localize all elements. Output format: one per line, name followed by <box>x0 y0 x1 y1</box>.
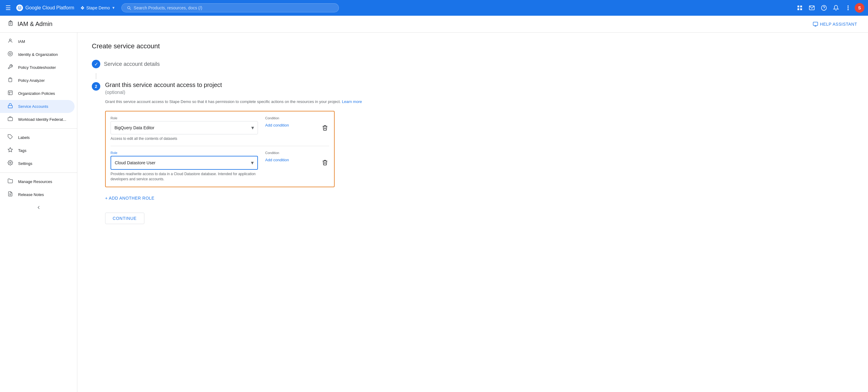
section-title: IAM & Admin <box>18 21 805 28</box>
svg-point-13 <box>8 52 13 56</box>
sidebar-label-identity: Identity & Organization <box>18 52 58 57</box>
hamburger-icon[interactable]: ☰ <box>4 2 13 13</box>
step2-number: 2 <box>92 82 100 91</box>
search-icon <box>127 5 131 10</box>
condition-label-1: Condition <box>265 116 313 120</box>
project-dropdown-icon: ▼ <box>112 6 115 10</box>
search-placeholder: Search Products, resources, docs (/) <box>134 5 334 10</box>
role-field-2: Role Cloud Datastore User ▾ Provides rea… <box>111 151 258 182</box>
sidebar-item-iam[interactable]: IAM <box>0 35 74 48</box>
svg-rect-1 <box>800 6 802 7</box>
sidebar: IAM Identity & Organization Policy Troub… <box>0 33 77 392</box>
condition-field-2: Condition Add condition <box>265 151 313 162</box>
sidebar-item-org-policies[interactable]: Organization Policies <box>0 87 74 100</box>
manage-resources-icon <box>7 178 13 185</box>
step2-heading: Grant this service account access to pro… <box>105 82 854 89</box>
main-content: Create service account ✓ Service account… <box>77 33 868 392</box>
add-condition-link-2[interactable]: Add condition <box>265 158 313 162</box>
sidebar-item-tags[interactable]: Tags <box>0 144 74 157</box>
mail-icon[interactable] <box>806 2 817 13</box>
sidebar-label-settings: Settings <box>18 161 32 166</box>
role-select-inner-2[interactable]: Cloud Datastore User ▾ <box>111 156 257 169</box>
sidebar-item-labels[interactable]: Labels <box>0 131 74 144</box>
sidebar-label-troubleshooter: Policy Troubleshooter <box>18 65 56 70</box>
role-field-1: Role BigQuery Data Editor ▾ Access to ed… <box>111 116 258 141</box>
nav-icons: S <box>794 2 864 13</box>
release-notes-icon <box>7 191 13 198</box>
step2-content: Grant this service account access to pro… <box>105 82 854 224</box>
products-icon[interactable] <box>794 2 805 13</box>
svg-rect-11 <box>813 22 817 25</box>
step1-check-icon: ✓ <box>92 60 100 68</box>
sidebar-label-org-policies: Organization Policies <box>18 91 55 96</box>
add-condition-link-1[interactable]: Add condition <box>265 123 313 127</box>
page-title: Create service account <box>92 42 854 50</box>
app-logo: Google Cloud Platform <box>16 4 74 11</box>
svg-point-23 <box>10 162 11 164</box>
role-row-1: Role BigQuery Data Editor ▾ Access to ed… <box>111 116 329 141</box>
service-accounts-icon <box>7 103 13 110</box>
wrench-icon <box>7 64 13 71</box>
svg-point-7 <box>847 5 849 7</box>
workload-icon <box>7 116 13 123</box>
sidebar-label-analyzer: Policy Analyzer <box>18 78 45 83</box>
svg-point-14 <box>9 53 11 55</box>
more-icon[interactable] <box>843 2 854 13</box>
add-another-role-button[interactable]: + ADD ANOTHER ROLE <box>105 193 154 203</box>
role-description-2: Provides read/write access to data in a … <box>111 172 258 182</box>
role-value-1: BigQuery Data Editor <box>115 125 154 130</box>
svg-rect-2 <box>800 8 802 10</box>
sidebar-item-service-accounts[interactable]: Service Accounts <box>0 100 74 113</box>
project-selector[interactable]: ❖ Stape Demo ▼ <box>78 4 118 12</box>
role-select-inner-1[interactable]: BigQuery Data Editor ▾ <box>111 121 258 134</box>
step-connector <box>96 73 96 79</box>
sidebar-label-labels: Labels <box>18 135 30 140</box>
project-name: Stape Demo <box>86 5 110 10</box>
sidebar-label-iam: IAM <box>18 39 25 44</box>
help-icon[interactable] <box>818 2 829 13</box>
step1-title: Service account details <box>104 61 160 67</box>
sidebar-item-policy-analyzer[interactable]: Policy Analyzer <box>0 74 74 87</box>
sidebar-item-manage-resources[interactable]: Manage Resources <box>0 175 74 188</box>
help-assistant-button[interactable]: HELP ASSISTANT <box>809 19 861 29</box>
role-description-1: Access to edit all the contents of datas… <box>111 136 258 141</box>
delete-role-btn-2[interactable] <box>321 158 329 168</box>
sidebar-label-manage-resources: Manage Resources <box>18 179 52 184</box>
sidebar-label-workload: Workload Identity Federat... <box>18 117 66 122</box>
logo-text: Google Cloud Platform <box>25 5 74 10</box>
condition-label-2: Condition <box>265 151 313 155</box>
svg-rect-19 <box>8 105 12 108</box>
continue-button[interactable]: CONTINUE <box>105 213 144 224</box>
svg-rect-10 <box>9 22 12 26</box>
search-bar[interactable]: Search Products, resources, docs (/) <box>121 3 339 12</box>
step2-section: 2 Grant this service account access to p… <box>92 82 854 224</box>
avatar[interactable]: S <box>855 3 864 13</box>
sidebar-collapse-btn[interactable] <box>0 201 77 214</box>
delete-role-btn-1[interactable] <box>321 123 329 133</box>
analyzer-icon <box>7 77 13 84</box>
role-select-wrapper-1[interactable]: BigQuery Data Editor ▾ <box>111 121 258 134</box>
iam-admin-icon <box>7 20 14 28</box>
role-row-2: Role Cloud Datastore User ▾ Provides rea… <box>111 151 329 182</box>
svg-point-9 <box>847 9 849 10</box>
role-select-wrapper-2[interactable]: Cloud Datastore User ▾ <box>111 156 258 170</box>
svg-rect-0 <box>798 6 800 7</box>
sidebar-item-policy-troubleshooter[interactable]: Policy Troubleshooter <box>0 61 74 74</box>
sidebar-item-settings[interactable]: Settings <box>0 157 74 170</box>
svg-point-12 <box>9 39 11 41</box>
sidebar-item-workload-identity[interactable]: Workload Identity Federat... <box>0 113 74 126</box>
logo-icon <box>16 4 23 11</box>
role-value-2: Cloud Datastore User <box>115 160 156 165</box>
step2-description: Grant this service account access to Sta… <box>105 99 854 105</box>
notifications-icon[interactable] <box>831 2 841 13</box>
svg-marker-22 <box>8 148 13 152</box>
settings-icon <box>7 160 13 167</box>
labels-icon <box>7 134 13 141</box>
identity-icon <box>7 51 13 58</box>
sidebar-item-release-notes[interactable]: Release Notes <box>0 188 74 201</box>
help-assistant-icon <box>813 22 818 27</box>
condition-field-1: Condition Add condition <box>265 116 313 127</box>
sidebar-item-identity[interactable]: Identity & Organization <box>0 48 74 61</box>
sidebar-divider-2 <box>0 173 77 173</box>
learn-more-link[interactable]: Learn more <box>342 99 362 104</box>
